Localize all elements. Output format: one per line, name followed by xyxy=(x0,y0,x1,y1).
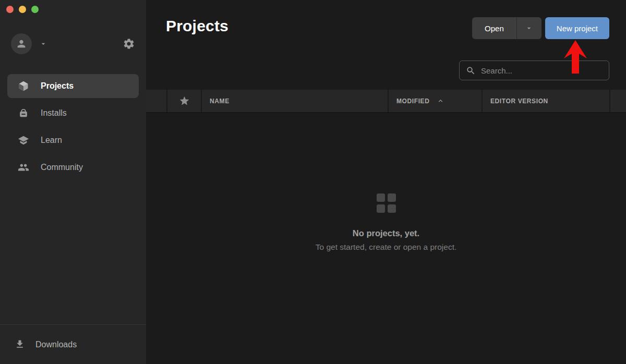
empty-state: No projects, yet. To get started, create… xyxy=(146,113,626,332)
sidebar-item-label: Learn xyxy=(41,136,62,145)
new-project-button[interactable]: New project xyxy=(545,17,609,39)
window-controls xyxy=(6,6,39,13)
column-spacer xyxy=(609,90,626,112)
grid-icon xyxy=(377,193,396,213)
sidebar: Projects Installs Learn xyxy=(0,0,146,364)
downloads-label: Downloads xyxy=(35,340,77,349)
column-name[interactable]: NAME xyxy=(201,90,388,112)
unity-hub-window: Projects Installs Learn xyxy=(0,0,626,364)
sidebar-item-projects[interactable]: Projects xyxy=(7,74,139,98)
open-button[interactable]: Open xyxy=(472,17,516,39)
open-split-button: Open xyxy=(472,17,541,39)
column-modified[interactable]: MODIFIED xyxy=(388,90,481,112)
download-icon xyxy=(15,339,26,350)
empty-state-subtitle: To get started, create or open a project… xyxy=(316,242,457,252)
install-icon xyxy=(17,107,30,119)
column-label: EDITOR VERSION xyxy=(490,98,548,105)
chevron-down-icon xyxy=(525,24,533,32)
sidebar-item-label: Installs xyxy=(41,108,67,118)
column-label: MODIFIED xyxy=(396,98,429,105)
search-icon xyxy=(466,66,476,76)
person-icon xyxy=(16,38,27,50)
zoom-window-button[interactable] xyxy=(31,6,39,13)
column-spacer xyxy=(146,90,166,112)
open-dropdown-button[interactable] xyxy=(516,17,541,39)
projects-table-header: NAME MODIFIED EDITOR VERSION xyxy=(146,90,626,113)
star-icon xyxy=(179,95,190,106)
column-label: NAME xyxy=(210,98,230,105)
sidebar-item-community[interactable]: Community xyxy=(7,155,139,179)
column-editor-version[interactable]: EDITOR VERSION xyxy=(481,90,609,112)
column-favorite[interactable] xyxy=(166,90,201,112)
settings-button[interactable] xyxy=(123,38,135,50)
sidebar-item-label: Projects xyxy=(41,81,74,91)
page-title: Projects xyxy=(166,17,228,35)
sidebar-item-downloads[interactable]: Downloads xyxy=(0,325,146,364)
sidebar-item-learn[interactable]: Learn xyxy=(7,128,139,152)
minimize-window-button[interactable] xyxy=(19,6,26,13)
gear-icon xyxy=(123,38,135,50)
chevron-down-icon xyxy=(39,40,47,48)
cube-icon xyxy=(17,80,30,92)
avatar[interactable] xyxy=(11,33,32,54)
close-window-button[interactable] xyxy=(6,6,14,13)
chevron-up-icon xyxy=(437,97,444,105)
sidebar-item-installs[interactable]: Installs xyxy=(7,101,139,125)
people-icon xyxy=(17,161,30,174)
empty-state-title: No projects, yet. xyxy=(353,228,419,238)
header-actions: Open New project xyxy=(472,17,609,39)
account-row xyxy=(11,33,135,54)
annotation-arrow-icon xyxy=(561,39,589,75)
main-content: Projects Open New project xyxy=(146,0,626,364)
account-menu-button[interactable] xyxy=(39,40,47,48)
grad-cap-icon xyxy=(17,134,30,147)
sidebar-nav: Projects Installs Learn xyxy=(7,74,139,179)
sidebar-item-label: Community xyxy=(41,163,83,172)
